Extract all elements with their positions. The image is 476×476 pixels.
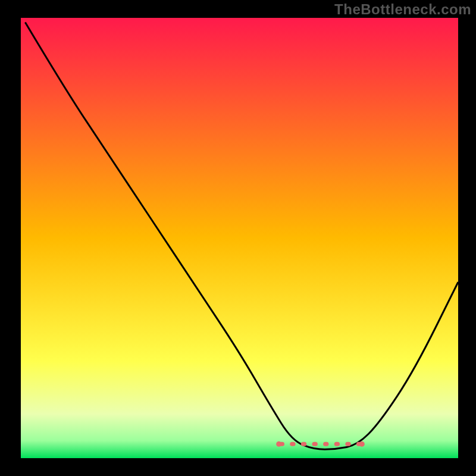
svg-rect-2 xyxy=(290,442,295,446)
svg-point-9 xyxy=(276,441,281,447)
bottleneck-chart xyxy=(0,0,476,476)
svg-rect-0 xyxy=(21,18,458,458)
chart-container: { "watermark": "TheBottleneck.com", "cha… xyxy=(0,0,476,476)
svg-rect-6 xyxy=(334,442,340,446)
svg-rect-7 xyxy=(345,442,350,446)
svg-rect-5 xyxy=(323,442,328,446)
svg-point-10 xyxy=(359,441,365,447)
svg-rect-3 xyxy=(301,442,306,446)
svg-rect-4 xyxy=(312,442,318,446)
